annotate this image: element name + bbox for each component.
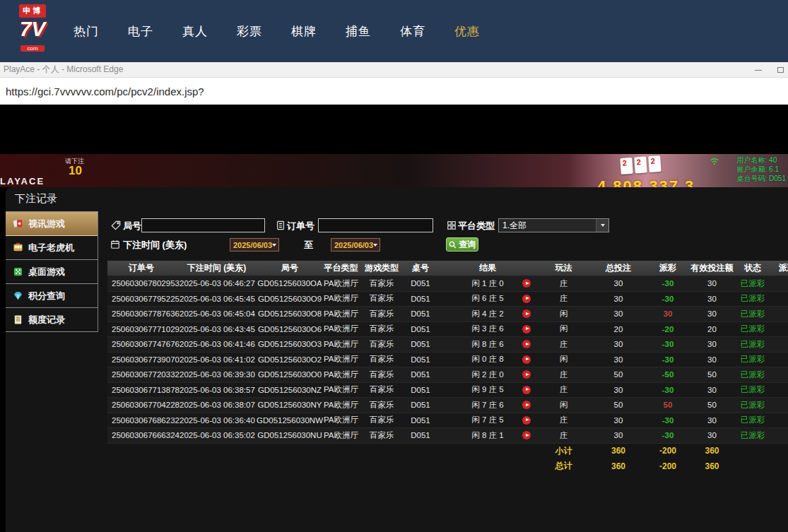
cell-result: 闲 4 庄 2 xyxy=(438,307,537,321)
nav-item[interactable]: 捕鱼 xyxy=(346,23,371,40)
cell-bet: 20 xyxy=(590,322,647,337)
playing-card: 2 xyxy=(620,158,633,175)
site-logo[interactable]: 申博 7V com xyxy=(10,4,55,59)
order-number-input[interactable] xyxy=(318,218,433,232)
cell-time: 2025-06-03 06:46:27 xyxy=(175,276,258,291)
platform-type-label: 平台类型 xyxy=(458,218,495,233)
account-line: 用户名称: 40 xyxy=(737,155,786,165)
cell-table_no: D051 xyxy=(403,337,438,352)
grid-icon xyxy=(447,220,457,230)
cell-payout: 50 xyxy=(647,398,689,413)
cell-ptime xyxy=(770,337,788,352)
nav-item[interactable]: 体育 xyxy=(400,23,425,40)
replay-icon[interactable] xyxy=(522,279,531,288)
cell-order: 250603067795225 xyxy=(107,292,175,307)
bet-records-table: 订单号下注时间 (美东)局号平台类型游戏类型桌号结果玩法总投注派彩有效投注额状态… xyxy=(107,261,788,474)
chevron-down-icon xyxy=(272,244,276,247)
cell-ptime xyxy=(770,367,788,382)
cell-round: GD051256030NW xyxy=(258,413,322,428)
cell-table_no xyxy=(403,459,438,474)
cell-table_no: D051 xyxy=(403,322,438,337)
minimize-icon[interactable] xyxy=(755,70,762,71)
replay-icon[interactable] xyxy=(522,325,531,333)
cell-order: 250603067787636 xyxy=(107,307,175,321)
table-row: 2506030677138782025-06-03 06:38:57GD0512… xyxy=(107,383,788,398)
column-header: 平台类型 xyxy=(322,261,360,276)
replay-icon[interactable] xyxy=(522,401,531,409)
cell-valid: 30 xyxy=(689,292,735,307)
replay-icon[interactable] xyxy=(522,386,531,394)
cell-payout: -30 xyxy=(647,337,689,352)
cell-valid: 30 xyxy=(689,353,735,367)
replay-icon[interactable] xyxy=(522,309,531,318)
cell-valid: 50 xyxy=(689,398,735,413)
cell-round: GD051256030O9 xyxy=(258,292,322,307)
filters-row-1: 局号 订单号 平台类型 1.全部 xyxy=(6,218,788,233)
account-info: 用户名称: 40账户余额: 6.1桌台号码: D051 xyxy=(737,155,786,183)
replay-icon[interactable] xyxy=(522,355,531,364)
column-header: 局号 xyxy=(258,261,322,276)
cell-payout: -30 xyxy=(647,413,689,428)
cell-game: 百家乐 xyxy=(360,353,403,367)
cell-result: 闲 1 庄 0 xyxy=(438,276,537,291)
cell-table_no: D051 xyxy=(403,413,438,428)
cell-time xyxy=(175,459,258,474)
nav-item[interactable]: 热门 xyxy=(73,23,99,40)
cell-ptime xyxy=(770,383,788,398)
cell-status: 已派彩 xyxy=(735,353,770,367)
cell-table_no xyxy=(403,444,438,459)
column-header: 状态 xyxy=(735,261,770,276)
table-header: 订单号下注时间 (美东)局号平台类型游戏类型桌号结果玩法总投注派彩有效投注额状态… xyxy=(107,261,788,276)
cell-status: 已派彩 xyxy=(735,307,770,321)
cell-payout: 30 xyxy=(647,307,689,321)
nav-item[interactable]: 彩票 xyxy=(237,23,262,40)
cell-game: 百家乐 xyxy=(360,276,403,291)
table-row: 2506030677952252025-06-03 06:45:45GD0512… xyxy=(107,292,788,307)
replay-icon[interactable] xyxy=(522,340,531,348)
cell-payout: -200 xyxy=(647,444,689,459)
sidebar-item[interactable]: 积分查询 xyxy=(6,284,98,308)
round-number-input[interactable] xyxy=(141,218,265,232)
cell-order: 250603067802953 xyxy=(107,276,175,291)
cell-bet: 30 xyxy=(590,307,647,321)
cell-game: 百家乐 xyxy=(360,322,403,337)
cell-order: 250603067720332 xyxy=(107,367,175,382)
date-to-select[interactable]: 2025/06/03 xyxy=(331,238,380,252)
sidebar-item[interactable]: 额度记录 xyxy=(6,308,98,332)
cell-table_no: D051 xyxy=(403,428,438,443)
cell-play: 庄 xyxy=(537,367,590,382)
cell-play: 庄 xyxy=(537,337,590,352)
replay-icon[interactable] xyxy=(522,416,531,425)
cell-platform: PA欧洲厅 xyxy=(322,307,360,321)
sidebar-item[interactable]: 桌面游戏 xyxy=(6,260,98,284)
replay-icon[interactable] xyxy=(522,295,531,303)
platform-select[interactable]: 1.全部 xyxy=(498,218,609,232)
column-header: 下注时间 (美东) xyxy=(175,261,258,276)
browser-url-bar[interactable]: https://gci.7vvvvvv.com/pc/pcv2/index.js… xyxy=(0,78,788,105)
cell-ptime xyxy=(770,292,788,307)
nav-item[interactable]: 电子 xyxy=(128,23,153,40)
column-header: 有效投注额 xyxy=(689,261,735,276)
cell-valid: 360 xyxy=(689,444,735,459)
browser-title-bar: PlayAce - 个人 - Microsoft Edge xyxy=(0,62,788,78)
table-games-icon xyxy=(13,266,23,277)
replay-icon[interactable] xyxy=(522,431,531,439)
search-button[interactable]: 查询 xyxy=(446,237,478,252)
table-row: 2506030677710292025-06-03 06:43:45GD0512… xyxy=(107,322,788,338)
cell-platform: PA欧洲厅 xyxy=(322,383,360,398)
replay-icon[interactable] xyxy=(522,370,531,379)
round-number-label: 局号 xyxy=(123,218,141,233)
cell-round: GD051256030NZ xyxy=(258,383,322,398)
cell-bet: 30 xyxy=(590,337,647,352)
url-text[interactable]: https://gci.7vvvvvv.com/pc/pcv2/index.js… xyxy=(6,85,204,97)
maximize-icon[interactable] xyxy=(777,67,784,73)
nav-item[interactable]: 棋牌 xyxy=(291,23,317,40)
nav-item[interactable]: 真人 xyxy=(182,23,208,40)
date-from-select[interactable]: 2025/06/03 xyxy=(230,238,279,252)
cell-status: 已派彩 xyxy=(735,322,770,337)
cell-result: 闲 6 庄 5 xyxy=(438,292,537,307)
column-header: 玩法 xyxy=(537,261,590,276)
account-line: 桌台号码: D051 xyxy=(737,174,786,183)
column-header: 派彩时间 xyxy=(770,261,788,276)
nav-item[interactable]: 优惠 xyxy=(454,23,480,40)
